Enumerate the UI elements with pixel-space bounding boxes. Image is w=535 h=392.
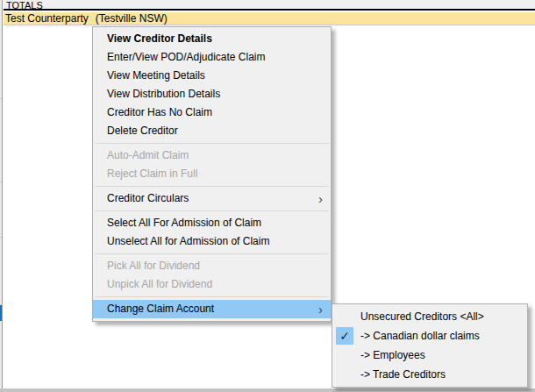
grid-header-totals: TOTALS xyxy=(4,0,535,11)
submenu-arrow-icon: › xyxy=(318,300,323,318)
submenu-item-unsecured-creditors-all[interactable]: Unsecured Creditors <All> xyxy=(332,307,527,326)
submenu-arrow-icon: › xyxy=(318,189,323,208)
row-selection-indicator xyxy=(0,305,2,321)
menu-item-delete-creditor[interactable]: Delete Creditor xyxy=(93,122,331,140)
menu-item-view-creditor-details[interactable]: View Creditor Details xyxy=(93,30,331,48)
change-claim-account-submenu: Unsecured Creditors <All> ✓ -> Canadian … xyxy=(332,303,528,388)
adjacent-column-sliver xyxy=(0,0,3,392)
menu-separator xyxy=(95,143,329,144)
grid-row-line xyxy=(0,237,2,238)
menu-item-creditor-has-no-claim[interactable]: Creditor Has No Claim xyxy=(93,103,331,122)
menu-item-enter-view-pod-adjudicate-claim[interactable]: Enter/View POD/Adjudicate Claim xyxy=(93,48,331,67)
creditor-row[interactable]: Test Counterparty(Testville NSW) xyxy=(4,12,535,25)
menu-item-label: Change Claim Account xyxy=(107,303,214,315)
checkmark-icon: ✓ xyxy=(336,327,353,345)
menu-item-label: Creditor Circulars xyxy=(107,192,189,204)
submenu-item-trade-creditors[interactable]: -> Trade Creditors xyxy=(332,365,527,384)
creditor-location: (Testville NSW) xyxy=(96,12,168,25)
menu-item-select-all-for-admission-of-claim[interactable]: Select All For Admission of Claim xyxy=(93,214,331,232)
menu-item-pick-all-for-dividend: Pick All for Dividend xyxy=(93,257,331,275)
menu-separator xyxy=(95,210,329,211)
menu-item-change-claim-account[interactable]: Change Claim Account › xyxy=(93,300,331,318)
grid-row-line xyxy=(0,182,2,182)
menu-separator xyxy=(95,296,329,297)
menu-item-view-meeting-details[interactable]: View Meeting Details xyxy=(93,67,331,85)
creditor-name: Test Counterparty xyxy=(5,12,89,25)
menu-item-unselect-all-for-admission-of-claim[interactable]: Unselect All for Admission of Claim xyxy=(93,232,331,251)
submenu-item-employees[interactable]: -> Employees xyxy=(332,346,527,365)
menu-item-unpick-all-for-dividend: Unpick All for Dividend xyxy=(93,275,331,294)
menu-item-view-distribution-details[interactable]: View Distribution Details xyxy=(93,85,331,103)
menu-separator xyxy=(95,186,329,187)
creditor-context-menu: View Creditor Details Enter/View POD/Adj… xyxy=(92,26,332,322)
submenu-item-label: -> Canadian dollar claims xyxy=(360,330,480,342)
grid-row-line xyxy=(0,98,2,99)
menu-item-reject-claim-in-full: Reject Claim in Full xyxy=(93,165,331,183)
submenu-item-canadian-dollar-claims[interactable]: ✓ -> Canadian dollar claims xyxy=(332,326,527,346)
menu-item-auto-admit-claim: Auto-Admit Claim xyxy=(93,146,331,165)
menu-item-creditor-circulars[interactable]: Creditor Circulars › xyxy=(93,189,331,208)
menu-separator xyxy=(95,253,329,254)
window-bottom-edge xyxy=(0,388,535,392)
grid-header-label: TOTALS xyxy=(6,0,43,11)
